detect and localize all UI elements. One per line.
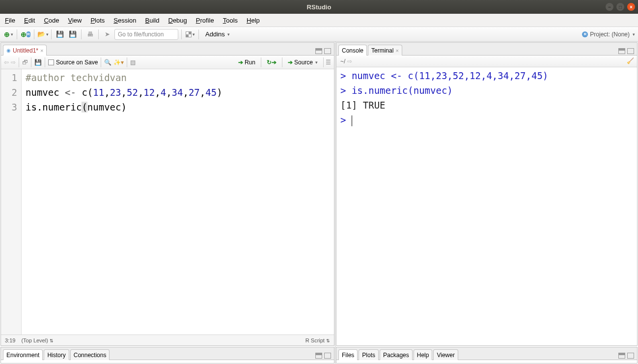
run-label: Run <box>245 59 255 66</box>
maximize-pane-button[interactable] <box>324 353 331 359</box>
source-button[interactable]: ➔Source▾ <box>284 57 321 67</box>
rerun-button[interactable]: ↻➔ <box>263 57 280 67</box>
separator <box>323 57 324 67</box>
show-in-new-window-button[interactable]: 🗗 <box>22 59 28 66</box>
run-arrow-icon: ➔ <box>238 59 243 66</box>
tab-packages[interactable]: Packages <box>380 349 413 360</box>
find-button[interactable]: 🔍 <box>104 59 111 66</box>
main-toolbar: ⊕▾ ⊕R 📂▾ 💾 💾 🖶 ➤ Go to file/function ▾ A… <box>0 27 638 42</box>
tab-environment[interactable]: Environment <box>3 349 43 360</box>
tab-connections[interactable]: Connections <box>70 349 110 360</box>
code-tools-button[interactable]: ✨▾ <box>113 59 124 66</box>
save-button[interactable]: 💾 <box>55 29 65 40</box>
goto-arrow-icon: ➤ <box>102 29 112 40</box>
language-selector[interactable]: R Script ⇅ <box>305 337 330 343</box>
forward-button[interactable]: ⇨ <box>11 59 16 66</box>
new-file-button[interactable]: ⊕▾ <box>3 29 14 40</box>
tab-console[interactable]: Console <box>338 45 367 56</box>
source-tab-untitled1[interactable]: ◉ Untitled1* × <box>3 45 47 56</box>
goto-file-input[interactable]: Go to file/function <box>114 29 178 40</box>
minimize-pane-button[interactable] <box>618 353 625 359</box>
minimize-pane-button[interactable] <box>315 48 322 54</box>
project-label: Project: (None) <box>590 31 630 38</box>
menu-code[interactable]: Code <box>44 17 59 24</box>
minimize-pane-button[interactable] <box>618 48 625 54</box>
addins-label: Addins <box>205 30 225 38</box>
env-pane: Environment History Connections <box>0 347 334 364</box>
tab-plots[interactable]: Plots <box>359 349 379 360</box>
source-arrow-icon: ➔ <box>288 59 293 66</box>
tab-terminal[interactable]: Terminal × <box>368 45 402 56</box>
close-tab-button[interactable]: × <box>395 48 398 54</box>
source-on-save-checkbox[interactable] <box>48 59 54 65</box>
menu-help[interactable]: Help <box>247 17 260 24</box>
printer-icon: 🖶 <box>87 30 93 38</box>
save-source-button[interactable]: 💾 <box>34 59 42 66</box>
files-tabstrip: Files Plots Packages Help Viewer <box>336 347 637 360</box>
outline-button[interactable]: ☰ <box>326 59 331 66</box>
close-button[interactable]: × <box>627 3 635 11</box>
tab-files[interactable]: Files <box>338 349 358 360</box>
minimize-pane-button[interactable] <box>315 353 322 359</box>
menu-view[interactable]: View <box>68 17 82 24</box>
separator <box>282 57 282 67</box>
code-editor[interactable]: 1 2 3 #author techvidvan numvec <- c(11,… <box>1 69 334 335</box>
line-number: 2 <box>1 85 17 100</box>
addins-button[interactable]: Addins▾ <box>202 29 233 39</box>
code-line: #author techvidvan <box>26 72 127 83</box>
clear-console-button[interactable]: 🧹 <box>627 57 634 64</box>
line-number: 3 <box>1 100 17 114</box>
tab-history[interactable]: History <box>44 349 69 360</box>
menu-profile[interactable]: Profile <box>196 17 214 24</box>
chevron-down-icon: ▾ <box>633 32 635 37</box>
plus-icon: ⊕ <box>4 30 10 38</box>
open-file-button[interactable]: 📂▾ <box>37 29 48 40</box>
code-content[interactable]: #author techvidvan numvec <- c(11,23,52,… <box>22 69 334 335</box>
project-selector[interactable]: R Project: (None) ▾ <box>582 31 635 38</box>
wd-arrow-icon[interactable]: ⇨ <box>347 58 352 65</box>
scope-selector[interactable]: (Top Level) ⇅ <box>21 337 53 343</box>
maximize-pane-button[interactable] <box>627 353 634 359</box>
separator <box>181 29 182 39</box>
menu-file[interactable]: File <box>5 17 15 24</box>
tab-label: Environment <box>6 352 39 359</box>
menu-edit[interactable]: Edit <box>24 17 35 24</box>
separator <box>101 57 101 67</box>
menu-plots[interactable]: Plots <box>90 17 105 24</box>
maximize-pane-button[interactable] <box>324 48 331 54</box>
menu-bar: File Edit Code View Plots Session Build … <box>0 14 638 27</box>
print-button[interactable]: 🖶 <box>84 29 95 40</box>
separator <box>198 29 199 39</box>
tab-label: Plots <box>362 352 375 359</box>
editor-statusbar: 3:19 (Top Level) ⇅ R Script ⇅ <box>1 335 334 345</box>
disk-icon: 💾 <box>69 30 77 38</box>
cursor-position: 3:19 <box>5 337 15 343</box>
maximize-pane-button[interactable] <box>627 48 634 54</box>
chevron-down-icon: ▾ <box>315 60 318 65</box>
right-column: Console Terminal × ~/ ⇨ 🧹 > numvec <- c(… <box>335 42 638 364</box>
panes-layout-button[interactable]: ▾ <box>185 29 195 40</box>
tabstrip-controls <box>618 353 637 360</box>
editor-toolbar: ⇦ ⇨ 🗗 💾 Source on Save 🔍 ✨▾ ▤ ➔Run ↻➔ <box>1 56 334 69</box>
menu-build[interactable]: Build <box>145 17 160 24</box>
tabstrip-controls <box>315 353 334 360</box>
tab-viewer[interactable]: Viewer <box>433 349 458 360</box>
menu-session[interactable]: Session <box>113 17 136 24</box>
chevron-down-icon: ▾ <box>46 32 49 37</box>
tab-help[interactable]: Help <box>414 349 433 360</box>
save-all-button[interactable]: 💾 <box>67 29 78 40</box>
tabstrip-controls <box>315 48 334 55</box>
chevron-down-icon: ▾ <box>193 32 195 37</box>
close-tab-button[interactable]: × <box>40 48 43 54</box>
run-button[interactable]: ➔Run <box>235 57 259 67</box>
menu-debug[interactable]: Debug <box>168 17 187 24</box>
tab-label: Terminal <box>371 47 393 54</box>
minimize-button[interactable]: – <box>606 3 613 11</box>
new-project-button[interactable]: ⊕R <box>20 29 31 40</box>
tab-label: Connections <box>74 352 107 359</box>
maximize-button[interactable]: □ <box>616 3 624 11</box>
back-button[interactable]: ⇦ <box>4 59 9 66</box>
compile-report-button[interactable]: ▤ <box>130 59 136 66</box>
menu-tools[interactable]: Tools <box>223 17 238 24</box>
console-output[interactable]: > numvec <- c(11,23,52,12,4,34,27,45) > … <box>336 67 637 345</box>
